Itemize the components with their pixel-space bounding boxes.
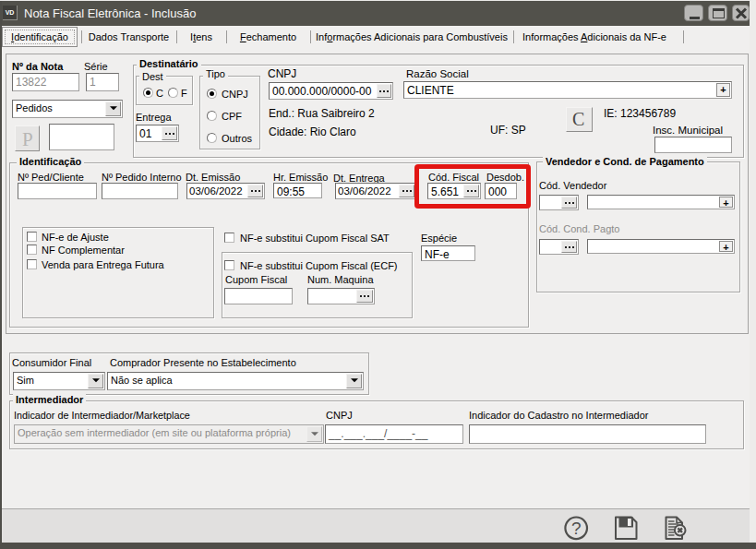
svg-text:?: ? bbox=[571, 519, 582, 538]
